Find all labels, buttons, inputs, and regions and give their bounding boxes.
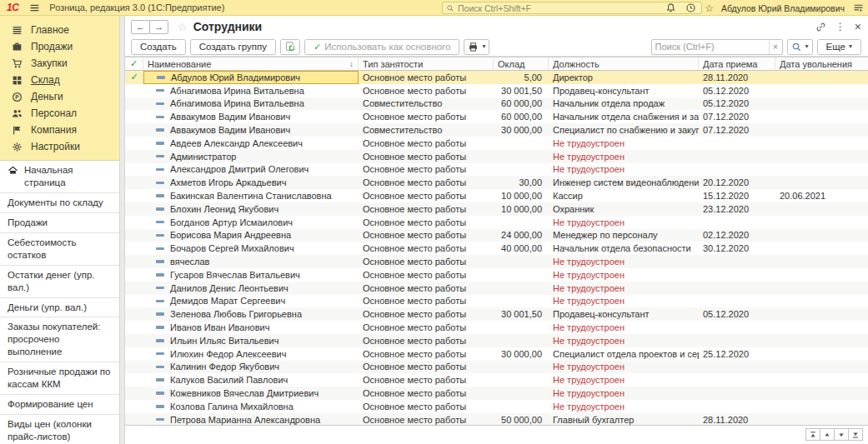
column-hire-date[interactable]: Дата приема xyxy=(699,57,775,70)
table-row[interactable]: Бакинская Валентина СтаниславовнаОсновно… xyxy=(125,189,868,202)
employee-name-cell[interactable]: Демидов Марат Сергеевич xyxy=(143,295,359,308)
table-row[interactable]: вячеславОсновное место работыНе трудоуст… xyxy=(125,255,868,268)
employee-name-cell[interactable]: Данилов Денис Леонтьевич xyxy=(143,282,359,295)
back-button[interactable]: ← xyxy=(131,20,150,34)
column-salary[interactable]: Оклад xyxy=(494,57,549,70)
use-as-main-button[interactable]: ✓ Использовать как основного xyxy=(304,39,459,55)
sidebar-section-настройки[interactable]: Настройки xyxy=(0,138,119,155)
table-row[interactable]: Ахметов Игорь АркадьевичОсновное место р… xyxy=(125,176,868,189)
go-prev-button[interactable] xyxy=(820,428,835,441)
employee-name-cell[interactable]: Петрова Марианна Александровна xyxy=(143,413,359,426)
employee-name-cell[interactable]: Авдеев Александр Алексеевич xyxy=(143,137,359,150)
table-row[interactable]: Александров Дмитрий ОлеговичОсновное мес… xyxy=(125,163,868,177)
more-actions-icon[interactable]: ⋮ xyxy=(835,21,845,32)
table-row[interactable]: ✓Абдулов Юрий ВладимировичОсновное место… xyxy=(125,71,868,84)
go-last-button[interactable] xyxy=(848,428,863,441)
employee-name-cell[interactable]: Борисова Мария Андреевна xyxy=(143,229,359,242)
table-row[interactable]: Козлова Галина МихайловнаОсновное место … xyxy=(125,400,868,413)
table-row[interactable]: Демидов Марат СергеевичОсновное место ра… xyxy=(125,295,868,308)
table-row[interactable]: Данилов Денис ЛеонтьевичОсновное место р… xyxy=(125,282,868,295)
sidebar-item-деньги-упр-вал-[interactable]: Деньги (упр. вал.) xyxy=(0,298,119,318)
column-fire-date[interactable]: Дата увольнения xyxy=(775,57,868,70)
sidebar-splitter[interactable] xyxy=(119,16,125,444)
main-menu-icon[interactable] xyxy=(28,2,41,14)
table-row[interactable]: АдминистраторОсновное место работыНе тру… xyxy=(125,150,868,163)
copy-item-button[interactable] xyxy=(280,39,300,55)
current-user-name[interactable]: Абдулов Юрий Владимирович xyxy=(721,3,845,13)
sidebar-item-розничные-продажи-по-кассам-ккм[interactable]: Розничные продажи по кассам ККМ xyxy=(0,362,119,395)
table-row[interactable]: Авдеев Александр АлексеевичОсновное мест… xyxy=(125,137,868,150)
clear-search-icon[interactable]: × xyxy=(769,40,782,54)
sidebar-section-деньги[interactable]: PДеньги xyxy=(0,88,119,105)
employee-name-cell[interactable]: Абнагимова Ирина Витальевна xyxy=(143,84,359,97)
table-row[interactable]: Бочаров Сергей МихайловичОсновное место … xyxy=(125,242,868,255)
employee-name-cell[interactable]: Калуков Василий Павлович xyxy=(143,373,359,387)
sidebar-section-склад[interactable]: Склад xyxy=(0,72,119,88)
sidebar-item-заказы-покупателей-просрочено-выполнение[interactable]: Заказы покупателей: просрочено выполнени… xyxy=(0,317,119,362)
employee-name-cell[interactable]: Ильин Ильяс Витальевич xyxy=(143,334,359,347)
sidebar-section-главное[interactable]: Главное xyxy=(0,22,119,38)
column-name[interactable]: Наименование ↓ xyxy=(143,57,359,70)
sidebar-item-продажи[interactable]: Продажи xyxy=(0,213,119,233)
forward-button[interactable]: → xyxy=(149,20,168,34)
employee-name-cell[interactable]: Калинин Федор Якубович xyxy=(143,361,359,374)
list-search-input[interactable] xyxy=(652,42,769,52)
employee-name-cell[interactable]: Администратор xyxy=(143,150,359,163)
column-check[interactable]: ✓ xyxy=(125,57,143,70)
sidebar-section-продажи[interactable]: Продажи xyxy=(0,38,119,55)
column-employment-type[interactable]: Тип занятости xyxy=(359,57,494,70)
employee-name-cell[interactable]: Аввакумов Вадим Иванович xyxy=(143,123,359,137)
notifications-bell-icon[interactable] xyxy=(665,2,677,14)
history-clock-icon[interactable] xyxy=(685,2,697,14)
employee-name-cell[interactable]: Абнагимова Ирина Витальевна xyxy=(143,97,359,111)
table-row[interactable]: Кожевников Вячеслав ДмитриевичОсновное м… xyxy=(125,387,868,400)
employee-name-cell[interactable]: Бакинская Валентина Станиславовна xyxy=(143,189,359,202)
add-to-favorites-star-icon[interactable]: ☆ xyxy=(178,21,188,33)
table-row[interactable]: Богданов Артур ИсмаиловичОсновное место … xyxy=(125,216,868,229)
global-search-input[interactable]: Поиск Ctrl+Shift+F xyxy=(442,2,702,14)
employee-name-cell[interactable]: Блохин Леонид Якубович xyxy=(143,202,359,216)
employee-name-cell[interactable]: Козлова Галина Михайловна xyxy=(143,400,359,413)
service-menu-icon[interactable] xyxy=(852,2,865,14)
table-row[interactable]: Блохин Леонид ЯкубовичОсновное место раб… xyxy=(125,202,868,216)
table-row[interactable]: Иванов Иван ИвановичОсновное место работ… xyxy=(125,321,868,334)
sidebar-item-остатки-денег-упр-вал-[interactable]: Остатки денег (упр. вал.) xyxy=(0,266,119,298)
print-button[interactable]: ▾ xyxy=(464,39,489,55)
table-row[interactable]: Аввакумов Вадим ИвановичОсновное место р… xyxy=(125,110,868,123)
table-row[interactable]: Абнагимова Ирина ВитальевнаСовместительс… xyxy=(125,97,868,111)
column-position[interactable]: Должность xyxy=(549,57,699,70)
create-group-button[interactable]: Создать группу xyxy=(190,39,276,55)
employee-name-cell[interactable]: Александров Дмитрий Олегович xyxy=(143,163,359,177)
table-row[interactable]: Абнагимова Ирина ВитальевнаОсновное мест… xyxy=(125,84,868,97)
sidebar-item-начальная-страница[interactable]: Начальная страница xyxy=(0,161,119,193)
employee-name-cell[interactable]: Богданов Артур Исмаилович xyxy=(143,216,359,229)
table-row[interactable]: Петрова Марианна АлександровнаОсновное м… xyxy=(125,413,868,426)
search-settings-button[interactable]: ▾ xyxy=(787,39,813,55)
table-row[interactable]: Калинин Федор ЯкубовичОсновное место раб… xyxy=(125,361,868,374)
sidebar-item-формирование-цен[interactable]: Формирование цен xyxy=(0,395,119,415)
table-row[interactable]: Ильин Ильяс ВитальевичОсновное место раб… xyxy=(125,334,868,347)
employee-name-cell[interactable]: Зеленова Любовь Григорьевна xyxy=(143,307,359,321)
employee-name-cell[interactable]: Ахметов Игорь Аркадьевич xyxy=(143,176,359,189)
sidebar-section-компания[interactable]: Компания xyxy=(0,122,119,138)
employee-name-cell[interactable]: вячеслав xyxy=(143,255,359,268)
sidebar-item-документы-по-складу[interactable]: Документы по складу xyxy=(0,193,119,213)
table-row[interactable]: Калуков Василий ПавловичОсновное место р… xyxy=(125,373,868,387)
employee-name-cell[interactable]: Бочаров Сергей Михайлович xyxy=(143,242,359,255)
table-row[interactable]: Гусаров Вячеслав ВитальевичОсновное мест… xyxy=(125,268,868,282)
employee-name-cell[interactable]: Абдулов Юрий Владимирович xyxy=(143,71,359,84)
employee-name-cell[interactable]: Гусаров Вячеслав Витальевич xyxy=(143,268,359,282)
close-icon[interactable]: × xyxy=(855,21,861,32)
table-row[interactable]: Борисова Мария АндреевнаОсновное место р… xyxy=(125,229,868,242)
go-next-button[interactable] xyxy=(834,428,849,441)
table-row[interactable]: Илюхин Федор АлексеевичОсновное место ра… xyxy=(125,347,868,361)
get-link-icon[interactable] xyxy=(815,22,826,32)
sidebar-item-виды-цен-колонки-прайс-листов-[interactable]: Виды цен (колонки прайс-листов) xyxy=(0,415,119,444)
table-row[interactable]: Аввакумов Вадим ИвановичСовместительство… xyxy=(125,123,868,137)
sidebar-section-закупки[interactable]: Закупки xyxy=(0,55,119,72)
employee-name-cell[interactable]: Илюхин Федор Алексеевич xyxy=(143,347,359,361)
employee-name-cell[interactable]: Кожевников Вячеслав Дмитриевич xyxy=(143,387,359,400)
employee-name-cell[interactable]: Аввакумов Вадим Иванович xyxy=(143,110,359,123)
go-first-button[interactable] xyxy=(805,428,820,441)
sidebar-section-персонал[interactable]: Персонал xyxy=(0,105,119,122)
